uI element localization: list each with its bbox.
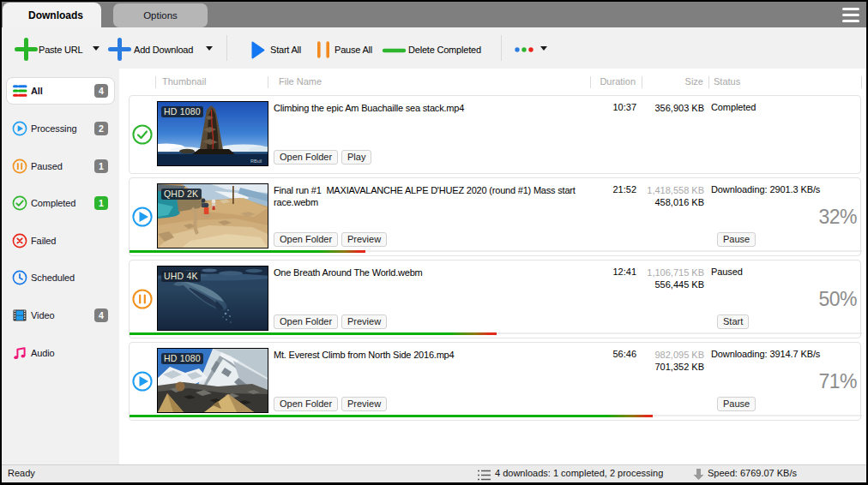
svg-text:RBull: RBull <box>250 159 262 164</box>
